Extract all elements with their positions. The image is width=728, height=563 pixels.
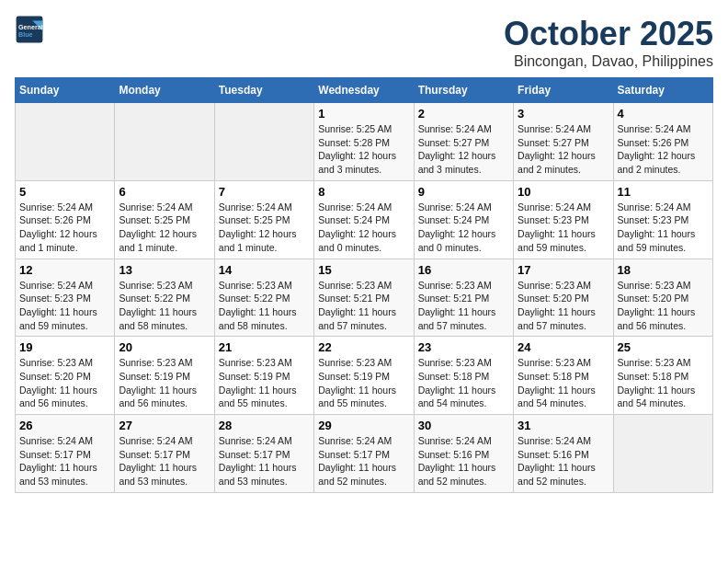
day-number: 13 [119,263,210,277]
header-friday: Friday [514,78,613,103]
day-number: 1 [318,107,409,121]
day-detail: Sunrise: 5:24 AMSunset: 5:17 PMDaylight:… [219,434,310,488]
day-detail: Sunrise: 5:24 AMSunset: 5:27 PMDaylight:… [518,122,609,177]
calendar-cell: 16Sunrise: 5:23 AMSunset: 5:21 PMDayligh… [414,259,513,337]
day-number: 15 [318,263,409,277]
day-number: 10 [518,185,609,199]
day-detail: Sunrise: 5:25 AMSunset: 5:28 PMDaylight:… [318,122,409,177]
day-detail: Sunrise: 5:23 AMSunset: 5:18 PMDaylight:… [618,356,709,410]
calendar-cell: 20Sunrise: 5:23 AMSunset: 5:19 PMDayligh… [115,337,214,415]
calendar-cell: 31Sunrise: 5:24 AMSunset: 5:16 PMDayligh… [514,415,613,493]
week-row-1: 1Sunrise: 5:25 AMSunset: 5:28 PMDaylight… [16,103,713,181]
day-detail: Sunrise: 5:23 AMSunset: 5:20 PMDaylight:… [618,279,709,333]
calendar-cell: 21Sunrise: 5:23 AMSunset: 5:19 PMDayligh… [214,337,313,415]
svg-text:Blue: Blue [18,30,33,39]
day-detail: Sunrise: 5:23 AMSunset: 5:19 PMDaylight:… [119,356,210,410]
header-tuesday: Tuesday [214,78,313,103]
week-row-4: 19Sunrise: 5:23 AMSunset: 5:20 PMDayligh… [16,337,713,415]
header-row: SundayMondayTuesdayWednesdayThursdayFrid… [16,78,713,103]
day-detail: Sunrise: 5:24 AMSunset: 5:24 PMDaylight:… [418,201,509,255]
day-detail: Sunrise: 5:23 AMSunset: 5:18 PMDaylight:… [418,356,509,410]
day-detail: Sunrise: 5:24 AMSunset: 5:27 PMDaylight:… [418,122,509,177]
calendar-cell: 1Sunrise: 5:25 AMSunset: 5:28 PMDaylight… [314,103,414,181]
calendar-cell: 23Sunrise: 5:23 AMSunset: 5:18 PMDayligh… [414,337,513,415]
day-number: 11 [618,185,709,199]
day-detail: Sunrise: 5:24 AMSunset: 5:16 PMDaylight:… [418,434,509,488]
day-detail: Sunrise: 5:24 AMSunset: 5:23 PMDaylight:… [19,279,110,333]
calendar-cell: 19Sunrise: 5:23 AMSunset: 5:20 PMDayligh… [16,337,115,415]
day-detail: Sunrise: 5:23 AMSunset: 5:22 PMDaylight:… [119,279,210,333]
day-number: 31 [518,419,609,432]
calendar-cell: 15Sunrise: 5:23 AMSunset: 5:21 PMDayligh… [314,259,414,337]
day-number: 30 [418,419,509,432]
calendar-cell: 24Sunrise: 5:23 AMSunset: 5:18 PMDayligh… [514,337,613,415]
calendar-cell: 6Sunrise: 5:24 AMSunset: 5:25 PMDaylight… [115,180,214,259]
day-number: 8 [318,185,409,199]
calendar-table: SundayMondayTuesdayWednesdayThursdayFrid… [15,77,713,493]
day-number: 23 [418,340,509,354]
day-number: 5 [19,185,110,199]
calendar-cell: 10Sunrise: 5:24 AMSunset: 5:23 PMDayligh… [514,180,613,259]
day-number: 4 [618,107,709,121]
day-number: 3 [518,107,609,121]
calendar-cell: 13Sunrise: 5:23 AMSunset: 5:22 PMDayligh… [115,259,214,337]
calendar-cell: 26Sunrise: 5:24 AMSunset: 5:17 PMDayligh… [16,415,115,493]
calendar-cell: 3Sunrise: 5:24 AMSunset: 5:27 PMDaylight… [514,103,613,181]
day-number: 14 [219,263,310,277]
day-detail: Sunrise: 5:23 AMSunset: 5:20 PMDaylight:… [19,356,110,410]
calendar-cell: 29Sunrise: 5:24 AMSunset: 5:17 PMDayligh… [314,415,414,493]
page-title: October 2025 [504,15,713,53]
header-saturday: Saturday [613,78,712,103]
calendar-cell: 2Sunrise: 5:24 AMSunset: 5:27 PMDaylight… [414,103,513,181]
day-number: 27 [119,419,210,432]
day-number: 18 [618,263,709,277]
day-detail: Sunrise: 5:24 AMSunset: 5:23 PMDaylight:… [518,201,609,255]
header-sunday: Sunday [16,78,115,103]
logo-icon: General Blue [15,15,44,44]
calendar-cell: 11Sunrise: 5:24 AMSunset: 5:23 PMDayligh… [613,180,712,259]
calendar-cell: 17Sunrise: 5:23 AMSunset: 5:20 PMDayligh… [514,259,613,337]
title-area: October 2025 Bincongan, Davao, Philippin… [504,15,713,70]
day-detail: Sunrise: 5:24 AMSunset: 5:26 PMDaylight:… [19,201,110,255]
week-row-3: 12Sunrise: 5:24 AMSunset: 5:23 PMDayligh… [16,259,713,337]
day-number: 20 [119,340,210,354]
calendar-cell: 28Sunrise: 5:24 AMSunset: 5:17 PMDayligh… [214,415,313,493]
page-subtitle: Bincongan, Davao, Philippines [504,53,713,70]
day-number: 26 [19,419,110,432]
header-monday: Monday [115,78,214,103]
header-thursday: Thursday [414,78,513,103]
header-wednesday: Wednesday [314,78,414,103]
day-number: 6 [119,185,210,199]
day-number: 24 [518,340,609,354]
day-detail: Sunrise: 5:24 AMSunset: 5:24 PMDaylight:… [318,201,409,255]
day-detail: Sunrise: 5:24 AMSunset: 5:16 PMDaylight:… [518,434,609,488]
week-row-2: 5Sunrise: 5:24 AMSunset: 5:26 PMDaylight… [16,180,713,259]
day-detail: Sunrise: 5:24 AMSunset: 5:17 PMDaylight:… [119,434,210,488]
day-detail: Sunrise: 5:24 AMSunset: 5:17 PMDaylight:… [318,434,409,488]
calendar-cell: 25Sunrise: 5:23 AMSunset: 5:18 PMDayligh… [613,337,712,415]
calendar-cell [115,103,214,181]
day-number: 29 [318,419,409,432]
day-number: 2 [418,107,509,121]
day-number: 12 [19,263,110,277]
day-number: 19 [19,340,110,354]
day-detail: Sunrise: 5:23 AMSunset: 5:19 PMDaylight:… [318,356,409,410]
day-number: 28 [219,419,310,432]
day-number: 22 [318,340,409,354]
calendar-cell: 30Sunrise: 5:24 AMSunset: 5:16 PMDayligh… [414,415,513,493]
day-number: 21 [219,340,310,354]
calendar-cell: 9Sunrise: 5:24 AMSunset: 5:24 PMDaylight… [414,180,513,259]
day-detail: Sunrise: 5:23 AMSunset: 5:19 PMDaylight:… [219,356,310,410]
day-detail: Sunrise: 5:24 AMSunset: 5:17 PMDaylight:… [19,434,110,488]
calendar-cell: 14Sunrise: 5:23 AMSunset: 5:22 PMDayligh… [214,259,313,337]
day-number: 7 [219,185,310,199]
calendar-cell [16,103,115,181]
calendar-cell: 4Sunrise: 5:24 AMSunset: 5:26 PMDaylight… [613,103,712,181]
day-detail: Sunrise: 5:23 AMSunset: 5:21 PMDaylight:… [418,279,509,333]
day-detail: Sunrise: 5:23 AMSunset: 5:18 PMDaylight:… [518,356,609,410]
calendar-cell: 22Sunrise: 5:23 AMSunset: 5:19 PMDayligh… [314,337,414,415]
day-number: 16 [418,263,509,277]
day-detail: Sunrise: 5:23 AMSunset: 5:22 PMDaylight:… [219,279,310,333]
calendar-cell: 5Sunrise: 5:24 AMSunset: 5:26 PMDaylight… [16,180,115,259]
day-detail: Sunrise: 5:23 AMSunset: 5:20 PMDaylight:… [518,279,609,333]
